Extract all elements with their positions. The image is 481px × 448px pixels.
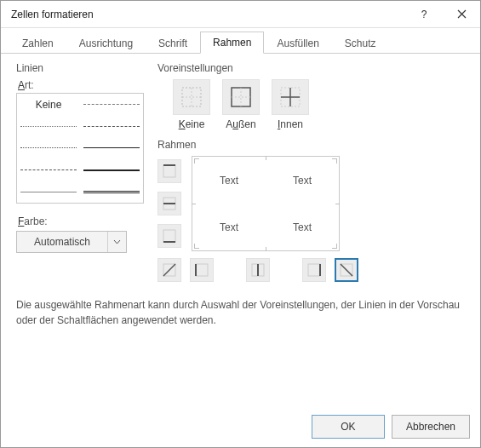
line-style-item[interactable] (17, 181, 80, 203)
border-bottom-icon (162, 228, 177, 244)
farbe-label: Farbe: (18, 215, 144, 227)
tab-rahmen[interactable]: Rahmen (200, 32, 264, 54)
border-top-button[interactable] (157, 159, 181, 183)
tab-schutz[interactable]: Schutz (332, 32, 389, 54)
line-style-item[interactable] (17, 159, 80, 181)
tab-zahlen[interactable]: Zahlen (9, 32, 66, 54)
border-preview[interactable]: Text Text Text Text (192, 156, 340, 251)
rahmen-title: Rahmen (157, 139, 465, 151)
border-diag-up-icon (162, 262, 177, 278)
preview-cell: Text (266, 157, 339, 204)
border-vmid-icon (250, 262, 266, 278)
voreinstellungen-title: Voreinstellungen (157, 62, 465, 74)
border-left-button[interactable] (190, 258, 214, 282)
line-style-item[interactable] (80, 159, 143, 181)
preset-inner-label: Innen (278, 118, 303, 130)
preset-outer-label: Außen (226, 118, 255, 130)
border-top-icon (162, 164, 177, 179)
preset-inner-icon (279, 86, 301, 108)
preview-cell: Text (266, 204, 339, 250)
tab-ausrichtung[interactable]: Ausrichtung (66, 32, 146, 54)
close-icon (457, 9, 467, 19)
line-style-item[interactable] (80, 181, 143, 203)
line-style-item[interactable] (17, 116, 80, 138)
border-hmid-button[interactable] (157, 192, 181, 215)
border-right-icon (306, 262, 322, 278)
window-title: Zellen formatieren (11, 9, 405, 20)
border-diag-up-button[interactable] (157, 258, 181, 282)
preset-none-button[interactable] (173, 79, 210, 115)
border-bottom-button[interactable] (157, 224, 181, 248)
linien-group: Linien Art: Keine Farbe: Automatisch (16, 62, 144, 282)
linien-title: Linien (16, 62, 144, 74)
ok-button[interactable]: OK (312, 415, 385, 439)
tab-schrift[interactable]: Schrift (146, 32, 200, 54)
border-vmid-button[interactable] (246, 258, 270, 282)
preset-outer-button[interactable] (222, 79, 260, 115)
farbe-value: Automatisch (17, 232, 107, 252)
preset-none-icon (180, 86, 203, 108)
line-style-item[interactable] (17, 137, 80, 159)
svg-rect-9 (308, 264, 320, 276)
help-button[interactable]: ? (405, 1, 443, 28)
svg-rect-0 (182, 88, 201, 106)
preset-outer-icon (230, 86, 252, 108)
border-diag-down-button[interactable] (335, 258, 358, 282)
border-hmid-icon (162, 196, 177, 211)
preset-inner-button[interactable] (272, 79, 309, 115)
titlebar: Zellen formatieren ? (1, 1, 480, 28)
svg-rect-5 (163, 230, 175, 242)
cancel-button[interactable]: Abbrechen (392, 415, 470, 439)
preview-cell: Text (192, 204, 266, 250)
help-icon: ? (421, 9, 427, 20)
tab-bar: Zahlen Ausrichtung Schrift Rahmen Ausfül… (1, 28, 480, 54)
dialog-footer: OK Abbrechen (1, 406, 480, 447)
svg-rect-1 (232, 88, 250, 106)
preset-none-label: Keine (179, 118, 205, 130)
line-style-item[interactable] (80, 116, 143, 138)
border-right-button[interactable] (302, 258, 326, 282)
chevron-down-icon (113, 239, 121, 244)
svg-rect-3 (163, 165, 175, 177)
preview-cell: Text (192, 157, 266, 204)
art-label: Art: (18, 79, 144, 91)
farbe-combo[interactable]: Automatisch (16, 231, 127, 253)
border-diag-down-icon (339, 262, 354, 278)
line-style-none[interactable]: Keine (17, 94, 80, 116)
svg-rect-7 (196, 264, 208, 276)
content-area: Linien Art: Keine Farbe: Automatisch (1, 54, 480, 406)
farbe-dropdown-arrow[interactable] (107, 232, 126, 252)
line-style-item[interactable] (80, 137, 143, 159)
line-style-list[interactable]: Keine (16, 93, 144, 204)
tab-ausfuellen[interactable]: Ausfüllen (264, 32, 331, 54)
close-button[interactable] (443, 1, 480, 28)
line-style-item[interactable] (80, 94, 143, 116)
help-text: Die ausgewählte Rahmenart kann durch Aus… (16, 297, 465, 328)
border-left-icon (194, 262, 209, 278)
